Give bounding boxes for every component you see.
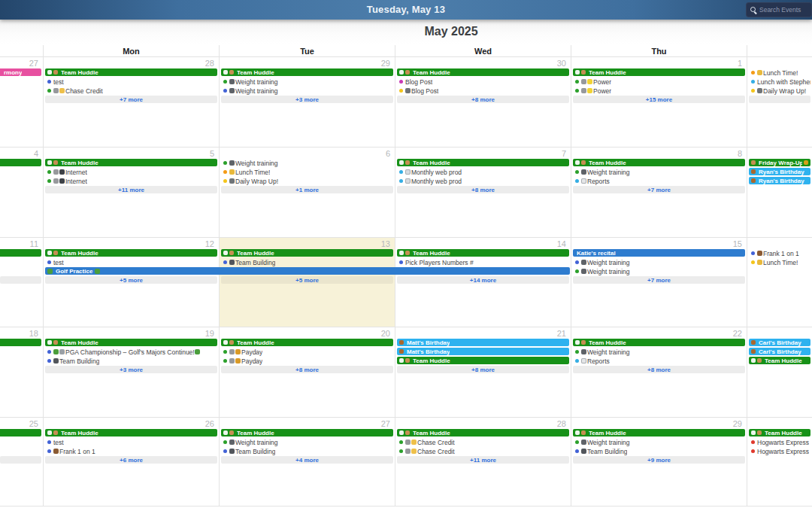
event-item[interactable]: Weight training xyxy=(223,78,393,86)
event-bar[interactable]: Team Huddle xyxy=(45,68,217,76)
day-cell[interactable]: 27rmony xyxy=(0,57,44,147)
event-bar[interactable]: Team Huddle xyxy=(397,249,569,257)
day-cell[interactable]: 19Team HuddlePGA Championship – Golf's M… xyxy=(44,327,220,417)
day-cell[interactable]: Carl's BirthdayCarl's BirthdayTeam Huddl… xyxy=(747,327,812,417)
day-cell[interactable]: 14Team HuddlePick Players Numbers #+14 m… xyxy=(395,238,571,327)
event-item[interactable]: Lunch Time! xyxy=(223,168,393,176)
event-item[interactable]: Lunch Time! xyxy=(751,68,810,77)
event-bar[interactable]: Team Huddle xyxy=(573,429,745,437)
more-events-link[interactable]: +7 more xyxy=(573,186,745,193)
more-events-link[interactable]: +11 more xyxy=(45,186,217,193)
event-bar[interactable]: Carl's Birthday xyxy=(749,348,810,355)
event-bar[interactable]: Matt's Birthday xyxy=(397,348,569,355)
event-bar[interactable]: Team Huddle xyxy=(573,68,745,76)
event-bar[interactable]: Team Huddle xyxy=(45,429,217,437)
day-cell[interactable]: 22Team HuddleWeight trainingReports+8 mo… xyxy=(571,327,747,417)
day-cell[interactable]: Team HuddleHogwarts ExpressHogwarts Expr… xyxy=(747,418,812,506)
event-bar[interactable] xyxy=(0,429,41,437)
event-item[interactable]: Lunch Time! xyxy=(751,258,810,266)
event-bar[interactable]: Team Huddle xyxy=(45,159,217,166)
event-bar[interactable]: Team Huddle xyxy=(397,159,569,166)
more-events-link[interactable] xyxy=(749,96,810,103)
event-item[interactable]: Payday xyxy=(223,357,393,365)
day-cell[interactable]: Frank 1 on 1Lunch Time! xyxy=(747,238,812,327)
event-bar[interactable]: rmony xyxy=(0,68,41,76)
event-item[interactable]: Weight training xyxy=(575,438,745,446)
event-item[interactable]: Hogwarts Express xyxy=(751,447,810,455)
event-item[interactable]: Monthly web prod xyxy=(399,177,569,185)
event-bar[interactable]: Team Huddle xyxy=(573,159,745,166)
event-item[interactable]: Chase Credit xyxy=(47,87,217,95)
event-item[interactable]: Internet xyxy=(47,177,217,185)
event-bar[interactable]: Team Huddle xyxy=(749,357,810,364)
day-cell[interactable]: 25 xyxy=(0,418,44,506)
event-item[interactable]: PGA Championship – Golf's Majors Continu… xyxy=(47,348,217,356)
event-bar[interactable]: Team Huddle xyxy=(221,249,393,257)
day-cell-today[interactable]: 13Team HuddleTeam Building+5 more xyxy=(220,238,395,327)
more-events-link[interactable]: +9 more xyxy=(573,456,745,464)
event-bar[interactable]: Team Huddle xyxy=(749,429,810,437)
day-cell[interactable]: 7Team HuddleMonthly web prodMonthly web … xyxy=(395,148,571,237)
more-events-link[interactable]: +8 more xyxy=(397,366,569,373)
event-bar[interactable]: Team Huddle xyxy=(221,429,393,437)
event-item[interactable]: Team Building xyxy=(223,258,393,266)
day-cell[interactable]: 21Matt's BirthdayMatt's BirthdayTeam Hud… xyxy=(395,327,571,417)
day-cell[interactable]: 28Team HuddletestChase Credit+7 more xyxy=(44,57,220,147)
more-events-link[interactable]: +8 more xyxy=(397,96,569,103)
event-item[interactable]: Payday xyxy=(223,348,393,356)
event-bar[interactable]: Team Huddle xyxy=(221,68,393,76)
event-bar[interactable]: Friday Wrap-Up & Wins! xyxy=(749,159,810,166)
day-cell[interactable]: 12Team Huddletest+5 more xyxy=(44,238,220,327)
event-bar[interactable]: Team Huddle xyxy=(221,339,393,346)
event-bar[interactable] xyxy=(0,249,41,257)
event-bar[interactable]: Team Huddle xyxy=(573,339,745,346)
event-item[interactable]: Power xyxy=(575,78,745,86)
search-box[interactable] xyxy=(746,2,812,17)
more-events-link[interactable]: +1 more xyxy=(221,186,393,193)
event-item[interactable]: Weight training xyxy=(223,159,393,167)
day-cell[interactable]: 20Team HuddlePaydayPayday+8 more xyxy=(220,327,395,417)
event-item[interactable]: Daily Wrap Up! xyxy=(223,177,393,185)
event-item[interactable]: Weight training xyxy=(575,168,745,176)
event-item[interactable]: test xyxy=(47,258,217,266)
day-cell[interactable]: 28Team HuddleChase CreditChase Credit+11… xyxy=(395,418,571,506)
event-bar[interactable]: Team Huddle xyxy=(397,429,569,437)
day-cell[interactable]: 27Team HuddleWeight trainingTeam Buildin… xyxy=(220,418,395,506)
event-item[interactable]: test xyxy=(47,438,217,446)
event-item[interactable]: Weight training xyxy=(575,258,745,266)
event-item[interactable]: Chase Credit xyxy=(399,447,569,455)
day-cell[interactable]: 1Team HuddlePowerPower+15 more xyxy=(571,57,747,147)
event-bar[interactable]: Team Huddle xyxy=(397,68,569,76)
event-item[interactable]: Daily Wrap Up! xyxy=(751,87,810,95)
event-bar[interactable]: Ryan's Birthday xyxy=(749,177,810,184)
event-item[interactable]: Team Building xyxy=(575,447,745,455)
event-bar[interactable]: Katie's recital xyxy=(573,249,745,257)
more-events-link[interactable]: +14 more xyxy=(397,276,569,284)
day-cell[interactable]: 6Weight trainingLunch Time!Daily Wrap Up… xyxy=(220,148,395,237)
more-events-link[interactable]: +5 more xyxy=(221,276,393,284)
event-bar[interactable]: Matt's Birthday xyxy=(397,339,569,346)
event-bar[interactable]: Team Huddle xyxy=(45,339,217,346)
day-cell[interactable]: 18 xyxy=(0,327,44,417)
more-events-link[interactable]: +8 more xyxy=(397,186,569,193)
event-item[interactable]: Blog Post xyxy=(399,78,569,86)
event-bar[interactable] xyxy=(0,159,41,166)
day-cell[interactable]: 15Katie's recitalWeight trainingWeight t… xyxy=(571,238,747,327)
more-events-link[interactable]: +11 more xyxy=(397,456,569,464)
day-cell[interactable]: 8Team HuddleWeight trainingReports+7 mor… xyxy=(571,148,747,237)
event-item[interactable]: Blog Post xyxy=(399,87,569,95)
day-cell[interactable]: Friday Wrap-Up & Wins!Ryan's BirthdayRya… xyxy=(747,148,812,237)
more-events-link[interactable]: +8 more xyxy=(221,366,393,373)
more-events-link[interactable]: +3 more xyxy=(45,366,217,373)
event-item[interactable]: Pick Players Numbers # xyxy=(399,258,569,266)
more-events-link[interactable]: +6 more xyxy=(45,456,217,464)
day-cell[interactable]: 29Team HuddleWeight trainingWeight train… xyxy=(220,57,395,147)
more-events-link[interactable] xyxy=(0,276,41,284)
day-cell[interactable]: 11 xyxy=(0,238,44,327)
day-cell[interactable]: 4 xyxy=(0,148,44,237)
event-item[interactable]: Weight training xyxy=(575,348,745,356)
more-events-link[interactable]: +3 more xyxy=(221,96,393,103)
event-item[interactable]: Internet xyxy=(47,168,217,176)
event-item[interactable]: Reports xyxy=(575,177,745,185)
event-item[interactable]: Frank 1 on 1 xyxy=(751,249,810,257)
